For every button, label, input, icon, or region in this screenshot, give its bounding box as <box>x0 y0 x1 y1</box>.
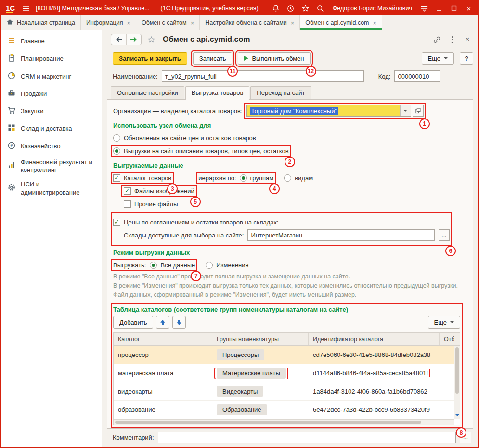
more-button[interactable]: Еще <box>422 52 454 65</box>
radio-export-descriptions[interactable]: Выгрузки на сайт описания товаров, типов… <box>113 147 289 155</box>
horizontal-scroll-thumb[interactable] <box>115 421 421 424</box>
panels-menu-icon[interactable] <box>419 3 429 13</box>
mode-note-2: В режиме "Изменения" происходит выгрузка… <box>113 281 467 290</box>
tab-home[interactable]: Начальная страница <box>1 15 81 30</box>
favorite-star-icon[interactable] <box>145 34 157 45</box>
radio-all-data[interactable]: Все данные <box>150 262 195 269</box>
close-form-icon[interactable]: × <box>462 34 473 45</box>
column-header-filter[interactable]: Отбор <box>440 333 454 345</box>
sidebar-item-label: Продажи <box>21 90 47 98</box>
checkbox-prices-stocks[interactable]: Цены по соглашениям и остатки товаров на… <box>113 219 279 226</box>
checkbox-icon <box>113 174 120 182</box>
tab-goods-export[interactable]: Выгрузка товаров <box>185 86 250 100</box>
sidebar-item-warehouse[interactable]: Склад и доставка <box>1 120 102 137</box>
table-section-header: Таблица каталогов (соответствие групп но… <box>113 306 460 313</box>
app-window: 1С [КОПИЯ] Методическая база / Управле..… <box>0 0 479 448</box>
radio-update-prices[interactable]: Обновления на сайте цен и остатков товар… <box>113 134 256 142</box>
organization-combo[interactable]: Торговый дом "Комплексный" <box>246 105 411 117</box>
window-tabbar: Начальная страница Информация × Обмен с … <box>1 15 478 30</box>
sidebar-item-main[interactable]: Главное <box>1 33 102 50</box>
sidebar-item-treasury[interactable]: ₽ Казначейство <box>1 138 102 155</box>
group-badge[interactable]: Процессоры <box>217 349 264 360</box>
group-badge[interactable]: Образование <box>217 404 267 415</box>
close-window-icon[interactable]: × <box>464 3 474 13</box>
table-row[interactable]: видеокарты Видеокарты 1a84da4f-3102-4f06… <box>114 382 460 401</box>
table-more-button[interactable]: Еще <box>428 316 460 329</box>
sidebar-item-finance[interactable]: Финансовый результат и контроллинг <box>1 155 102 178</box>
organization-text[interactable]: Торговый дом "Комплексный" <box>247 105 400 116</box>
move-up-button[interactable] <box>156 316 169 329</box>
comment-input[interactable] <box>158 432 456 443</box>
tab-close-icon[interactable]: × <box>373 19 377 26</box>
sidebar-item-admin[interactable]: НСИ и администрирование <box>1 177 102 200</box>
admin-gear-icon <box>7 183 16 194</box>
sidebar-item-crm[interactable]: CRM и маркетинг <box>1 68 102 85</box>
sidebar-item-purchases[interactable]: Закупки <box>1 103 102 120</box>
radio-changes[interactable]: Изменения <box>206 262 248 269</box>
radio-hierarchy-kinds[interactable]: видам <box>284 174 313 182</box>
section-export-mode-header: Режим выгрузки данных <box>113 249 467 256</box>
help-button[interactable]: ? <box>460 52 473 65</box>
dropdown-icon[interactable] <box>400 105 411 116</box>
checkbox-other-files[interactable]: Прочие файлы <box>124 200 178 208</box>
table-row[interactable]: образование Образование 6e472dec-7a3d-42… <box>114 401 460 419</box>
main-menu-icon[interactable] <box>21 3 31 13</box>
column-header-catalog[interactable]: Каталог <box>114 333 212 345</box>
sidebar-item-planning[interactable]: Планирование <box>1 50 102 67</box>
organization-field[interactable]: Торговый дом "Комплексный" <box>246 105 424 117</box>
vertical-scrollbar[interactable] <box>454 346 460 419</box>
history-clock-icon[interactable] <box>285 3 296 13</box>
checkbox-catalog[interactable]: Каталог товаров <box>113 174 171 182</box>
column-header-groups[interactable]: Группы номенклатуры <box>212 333 309 345</box>
back-button[interactable] <box>111 34 126 45</box>
save-button[interactable]: Записать <box>193 52 233 65</box>
tab-exchange-api[interactable]: Обмен с api.cymid.com × <box>300 15 382 30</box>
warehouses-select-button[interactable]: ... <box>439 229 450 241</box>
id-cell: 1a84da4f-3102-4f06-860a-fa1b6bd70862 <box>309 388 440 395</box>
tab-exchange-settings[interactable]: Настройки обмена с сайтами × <box>200 15 300 30</box>
forward-button[interactable] <box>126 34 141 45</box>
code-input[interactable]: 000000010 <box>394 70 440 82</box>
warehouses-value: ИнтернетМагазин <box>251 232 302 239</box>
notifications-bell-icon[interactable] <box>271 3 281 13</box>
tab-main-settings[interactable]: Основные настройки <box>111 86 184 99</box>
checkbox-image-files[interactable]: Файлы изображений <box>124 187 194 195</box>
minimize-icon[interactable] <box>434 3 444 13</box>
save-close-button[interactable]: Записать и закрыть <box>113 52 187 65</box>
sidebar-item-sales[interactable]: Продажи <box>1 85 102 103</box>
tab-label: Настройки обмена с сайтами <box>205 19 287 26</box>
help-label: ? <box>465 55 468 62</box>
id-cell: 6e472dec-7a3d-422b-bcc9-6b83373420f9 <box>309 406 440 413</box>
table-row[interactable]: процессор Процессоры cd7e5060-6e30-41e5-… <box>114 346 460 364</box>
add-row-button[interactable]: Добавить <box>113 316 153 329</box>
kebab-menu-icon[interactable] <box>446 34 458 45</box>
run-exchange-button[interactable]: Выполнить обмен <box>238 52 310 65</box>
link-icon[interactable] <box>431 34 442 45</box>
vertical-scroll-thumb[interactable] <box>455 347 459 394</box>
organization-label: Организация — владелец каталога товаров: <box>113 107 243 115</box>
group-cell: Материнские платы <box>212 368 309 379</box>
tab-goto-site[interactable]: Переход на сайт <box>250 86 311 99</box>
maximize-icon[interactable] <box>449 3 459 13</box>
open-organization-icon[interactable] <box>413 105 424 117</box>
current-user[interactable]: Федоров Борис Михайлович <box>333 5 412 12</box>
warehouses-field[interactable]: ИнтернетМагазин <box>247 229 434 241</box>
move-down-button[interactable] <box>172 316 186 329</box>
name-input[interactable]: т_у02_группы_full <box>162 70 364 82</box>
scroll-down-icon[interactable] <box>454 414 460 418</box>
horizontal-scrollbar[interactable] <box>114 419 454 425</box>
group-badge[interactable]: Материнские платы <box>217 368 286 379</box>
tab-close-icon[interactable]: × <box>127 19 131 26</box>
tab-information[interactable]: Информация × <box>81 15 136 30</box>
section-node-usage-header: Использовать узел обмена для <box>113 122 467 129</box>
tab-close-icon[interactable]: × <box>291 19 295 26</box>
tab-site-exchange[interactable]: Обмен с сайтом × <box>136 15 200 30</box>
tab-close-icon[interactable]: × <box>191 19 194 26</box>
checkbox-label: Каталог товаров <box>124 174 171 182</box>
search-icon[interactable] <box>315 3 326 13</box>
table-row[interactable]: материнская плата Материнские платы d114… <box>114 364 460 382</box>
radio-hierarchy-groups[interactable]: группам <box>240 174 274 182</box>
column-header-id[interactable]: Идентификатор каталога <box>309 333 440 345</box>
group-badge[interactable]: Видеокарты <box>217 386 263 397</box>
favorites-star-icon[interactable] <box>300 3 311 13</box>
